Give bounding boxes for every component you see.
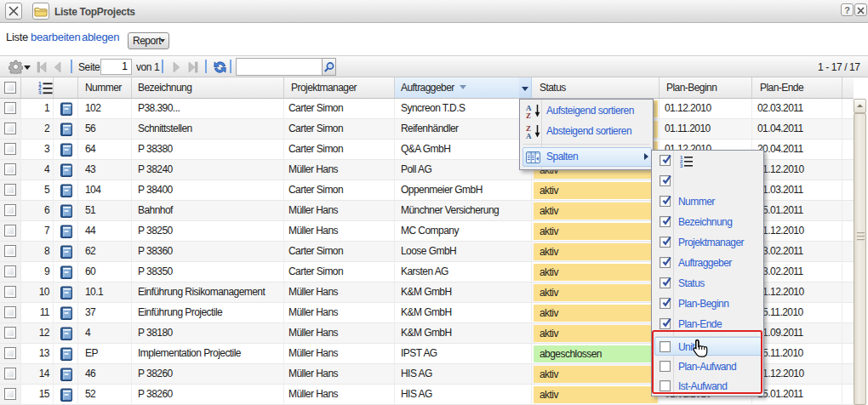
svg-text:A: A xyxy=(526,132,532,140)
svg-text:3: 3 xyxy=(680,163,683,168)
svg-text:3: 3 xyxy=(38,90,42,95)
svg-text:Z: Z xyxy=(526,111,531,120)
